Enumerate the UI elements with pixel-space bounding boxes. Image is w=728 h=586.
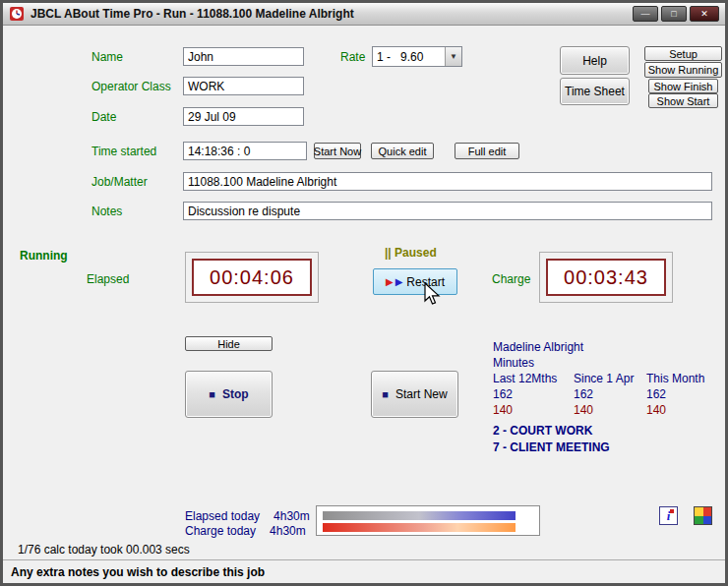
notes-input[interactable] [183, 202, 712, 220]
charge-progress-bar [323, 523, 516, 532]
close-icon[interactable]: ✕ [690, 6, 719, 22]
pause-icon: || [385, 246, 392, 260]
stop-button[interactable]: ■ Stop [185, 371, 273, 418]
restart-button[interactable]: ▶ ▶ Restart [373, 268, 457, 295]
stats-row1-cell: 162 [646, 387, 666, 401]
time-started-input[interactable] [183, 142, 307, 160]
stats-col-month: This Month [646, 372, 704, 385]
hide-button[interactable]: Hide [185, 336, 273, 351]
stats-col-last12: Last 12Mths [493, 372, 557, 385]
setup-button[interactable]: Setup [644, 46, 722, 61]
start-now-button[interactable]: Start Now [314, 143, 361, 159]
chevron-down-icon[interactable]: ▼ [445, 47, 461, 66]
status-bar: Any extra notes you wish to describe thi… [3, 559, 725, 583]
title-bar: JBCL ABout Time Pro - Run - 11088.100 Ma… [3, 3, 725, 26]
date-label: Date [91, 110, 116, 124]
start-new-icon: ■ [382, 389, 389, 400]
maximize-icon[interactable]: □ [661, 6, 687, 22]
calc-note: 1/76 calc today took 00.003 secs [18, 543, 190, 557]
rate-value: 1 - 9.60 [373, 50, 445, 64]
time-started-label: Time started [91, 145, 156, 158]
elapsed-display-panel: 00:04:06 [185, 252, 319, 303]
today-progress-panel [316, 505, 540, 536]
charge-display-panel: 00:03:43 [539, 252, 673, 303]
stop-button-label: Stop [222, 387, 249, 401]
restart-red-arrow-icon: ▶ [386, 277, 394, 287]
running-status: Running [20, 249, 68, 263]
start-new-button[interactable]: ■ Start New [371, 371, 458, 418]
quick-edit-button[interactable]: Quick edit [371, 143, 434, 159]
stop-icon: ■ [209, 389, 215, 400]
job-matter-input[interactable] [183, 172, 712, 191]
full-edit-button[interactable]: Full edit [455, 143, 519, 159]
category-court-work: 2 - COURT WORK [493, 424, 592, 438]
info-icon[interactable]: i [659, 506, 678, 525]
stats-row1-cell: 162 [493, 387, 513, 401]
app-window: JBCL ABout Time Pro - Run - 11088.100 Ma… [0, 0, 728, 586]
elapsed-label: Elapsed [87, 272, 129, 286]
stats-row2-cell: 140 [493, 403, 513, 417]
paused-status: || Paused [385, 246, 437, 260]
status-text: Any extra notes you wish to describe thi… [11, 565, 265, 579]
client-name: Madeline Albright [493, 340, 583, 354]
time-sheet-button[interactable]: Time Sheet [560, 78, 630, 105]
palette-icon[interactable] [694, 506, 712, 525]
window-title: JBCL ABout Time Pro - Run - 11088.100 Ma… [30, 7, 354, 21]
stats-row2-cell: 140 [574, 403, 593, 417]
category-client-meeting: 7 - CLIENT MEETING [493, 440, 610, 454]
elapsed-today: Elapsed today4h30m [185, 509, 310, 523]
charge-time-display: 00:03:43 [546, 259, 666, 296]
show-running-button[interactable]: Show Running [644, 62, 722, 78]
date-input[interactable] [183, 107, 304, 126]
stats-row1-cell: 162 [574, 387, 593, 401]
elapsed-progress-bar [323, 511, 516, 520]
charge-today: Charge today4h30m [185, 524, 306, 538]
name-label: Name [91, 50, 123, 64]
operator-class-label: Operator Class [91, 80, 171, 93]
restart-button-label: Restart [406, 275, 445, 289]
minimize-icon[interactable]: — [633, 6, 658, 22]
operator-class-input[interactable] [183, 77, 304, 95]
elapsed-time-display: 00:04:06 [192, 259, 312, 296]
stats-col-since: Since 1 Apr [574, 372, 634, 385]
minutes-label: Minutes [493, 356, 534, 370]
stats-row2-cell: 140 [646, 403, 666, 417]
rate-select[interactable]: 1 - 9.60 ▼ [372, 46, 462, 67]
job-matter-label: Job/Matter [91, 175, 148, 189]
show-finish-button[interactable]: Show Finish [648, 79, 718, 93]
rate-label: Rate [340, 50, 365, 64]
app-icon [9, 6, 25, 22]
charge-label: Charge [492, 272, 530, 286]
notes-label: Notes [91, 205, 122, 218]
help-button[interactable]: Help [560, 46, 630, 75]
restart-blue-arrow-icon: ▶ [395, 277, 403, 287]
name-input[interactable] [183, 47, 304, 66]
show-start-button[interactable]: Show Start [648, 93, 718, 108]
start-new-button-label: Start New [395, 387, 448, 401]
